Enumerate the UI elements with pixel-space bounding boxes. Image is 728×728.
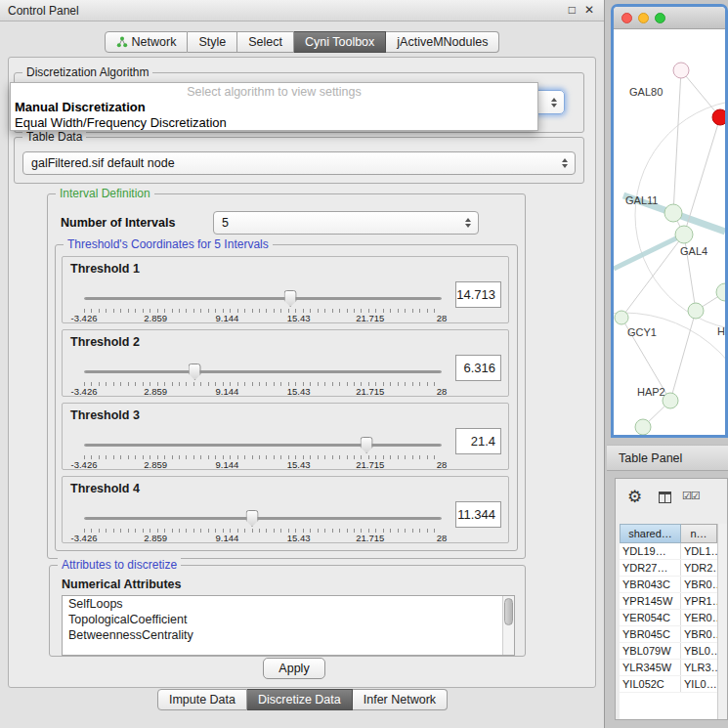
numerical-attributes-label: Numerical Attributes	[62, 578, 181, 591]
numerical-attributes-list[interactable]: SelfLoopsTopologicalCoefficientBetweenne…	[62, 595, 515, 656]
tick-label: 21.715	[356, 313, 384, 323]
table-row[interactable]: YDL19…YDL1…	[620, 543, 717, 560]
node-label: GCY1	[627, 326, 657, 338]
minimize-icon[interactable]: □	[569, 3, 576, 17]
tab-infer-network[interactable]: Infer Network	[353, 689, 448, 710]
control-panel-window: Control Panel □ ✕ Network Style Se	[0, 0, 605, 728]
list-item[interactable]: BetweennessCentrality	[63, 627, 514, 643]
close-icon[interactable]: ✕	[584, 3, 594, 17]
network-canvas[interactable]: GAL80 GAL11 GAL4 GCY1 HAP2 H	[614, 29, 725, 435]
slider-track	[84, 444, 442, 447]
table-panel-window: ⚙ ☑☑ shared… n… YDL19…YDL1…YDR27…YDR2…YB…	[615, 478, 728, 720]
tab-jactivemnodules[interactable]: jActiveMNodules	[386, 31, 499, 53]
tick-label: 21.715	[356, 459, 384, 470]
edge[interactable]	[673, 70, 681, 213]
table-scrollbar[interactable]	[717, 524, 727, 719]
minimize-traffic-light[interactable]	[638, 13, 649, 23]
tab-style[interactable]: Style	[188, 31, 237, 53]
tick-label: 28	[437, 533, 448, 543]
tick-label: -3.426	[71, 533, 98, 543]
table-row[interactable]: YBR045CYBR0…	[620, 626, 717, 643]
threshold-list: Threshold 1-3.4262.8599.14415.4321.71528…	[62, 256, 509, 543]
threshold-slider[interactable]	[84, 510, 442, 527]
table-row[interactable]: YIL052CYIL0…	[620, 676, 717, 693]
edge[interactable]	[670, 311, 696, 401]
threshold-slider[interactable]	[84, 290, 442, 307]
threshold-slider[interactable]	[84, 364, 442, 380]
slider-tick-labels: -3.4262.8599.14415.4321.71528	[84, 386, 442, 397]
scrollbar-thumb[interactable]	[504, 598, 513, 625]
table-row[interactable]: YBR043CYBR0…	[620, 577, 717, 593]
tab-select[interactable]: Select	[237, 31, 294, 53]
threshold-value-field[interactable]: 11.344	[455, 501, 501, 528]
tab-impute-data[interactable]: Impute Data	[157, 689, 247, 710]
tick-label: 15.43	[287, 459, 311, 470]
combo-arrows-icon	[562, 158, 568, 168]
select-columns-icon[interactable]: ☑☑	[682, 490, 700, 502]
edge[interactable]	[684, 117, 720, 235]
apply-button[interactable]: Apply	[263, 658, 325, 679]
table-body: YDL19…YDL1…YDR27…YDR2…YBR043CYBR0…YPR145…	[620, 543, 717, 719]
node-gcy1[interactable]	[615, 311, 628, 324]
list-item[interactable]: TopologicalCoefficient	[63, 612, 514, 627]
tick-label: -3.426	[71, 386, 98, 397]
tick-label: 9.144	[216, 313, 239, 323]
tick-label: 15.43	[287, 386, 311, 397]
slider-thumb[interactable]	[284, 290, 297, 307]
tab-discretize-data[interactable]: Discretize Data	[247, 689, 353, 710]
edge[interactable]	[681, 70, 720, 117]
node-gal11[interactable]	[664, 204, 682, 222]
tick-label: -3.426	[71, 459, 98, 470]
gear-icon[interactable]: ⚙	[627, 489, 642, 505]
attributes-group-label: Attributes to discretize	[58, 558, 181, 572]
slider-thumb[interactable]	[189, 364, 201, 380]
tab-network[interactable]: Network	[105, 31, 189, 53]
selected-node[interactable]	[712, 109, 725, 125]
table-data-selected-value: galFiltered.sif default node	[31, 152, 175, 174]
dropdown-placeholder-item[interactable]: Select algorithm to view settings	[11, 85, 537, 100]
table-row[interactable]: YPR145WYPR1…	[620, 593, 717, 610]
slider-thumb[interactable]	[361, 437, 373, 453]
threshold-value-field[interactable]: 6.316	[455, 355, 501, 381]
tab-jactivemnodules-label: jActiveMNodules	[397, 35, 488, 49]
tick-label: 21.715	[356, 386, 384, 397]
node-label: H	[717, 325, 725, 337]
node-label: HAP2	[637, 386, 665, 398]
slider-tick-labels: -3.4262.8599.14415.4321.71528	[84, 313, 442, 323]
close-traffic-light[interactable]	[621, 13, 632, 23]
dropdown-item-equal-width-frequency[interactable]: Equal Width/Frequency Discretization	[11, 115, 537, 131]
attributes-scrollbar[interactable]	[502, 596, 514, 655]
column-header-shared-name[interactable]: shared…	[620, 524, 681, 543]
tab-network-label: Network	[132, 35, 177, 49]
node[interactable]	[716, 283, 725, 301]
threshold-value-field[interactable]: 14.713	[455, 281, 501, 308]
threshold-slider[interactable]	[84, 437, 442, 453]
number-of-intervals-label: Number of Intervals	[61, 216, 175, 230]
zoom-traffic-light[interactable]	[655, 13, 665, 23]
threshold-value-field[interactable]: 21.4	[455, 428, 501, 454]
thick-edge[interactable]	[614, 235, 684, 269]
number-of-intervals-select[interactable]: 5	[213, 211, 479, 235]
table-row[interactable]: YDR27…YDR2…	[620, 560, 717, 577]
node-gal4[interactable]	[675, 226, 693, 243]
edge[interactable]	[621, 235, 684, 318]
threshold-label: Threshold 2	[70, 335, 140, 349]
tab-impute-data-label: Impute Data	[169, 693, 236, 707]
column-header-name[interactable]: n…	[681, 524, 717, 543]
threshold-box: Threshold 3-3.4262.8599.14415.4321.71528…	[62, 403, 509, 470]
slider-thumb[interactable]	[246, 510, 259, 527]
threshold-label: Threshold 1	[70, 262, 140, 276]
node[interactable]	[688, 303, 704, 319]
table-data-select[interactable]: galFiltered.sif default node	[22, 151, 576, 175]
table-row[interactable]: YLR345WYLR3…	[620, 660, 717, 676]
columns-icon[interactable]	[659, 492, 671, 503]
list-item[interactable]: SelfLoops	[63, 596, 514, 612]
table-row[interactable]: YBL079WYBL0…	[620, 643, 717, 660]
discretization-algorithm-group-label: Discretization Algorithm	[22, 65, 152, 79]
tab-cyni-toolbox[interactable]: Cyni Toolbox	[294, 31, 386, 53]
node[interactable]	[635, 419, 651, 435]
node-gal80[interactable]	[673, 63, 689, 78]
dropdown-item-manual-discretization[interactable]: Manual Discretization	[11, 100, 537, 115]
table-row[interactable]: YER054CYER0…	[620, 610, 717, 626]
tick-label: 21.715	[356, 533, 384, 543]
